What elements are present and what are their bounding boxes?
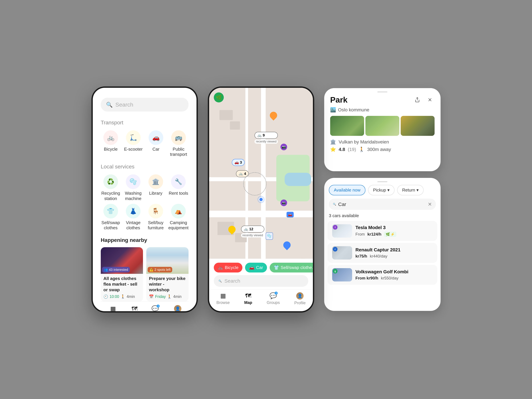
- camping-icon-bg: ⛺: [171, 204, 186, 218]
- blue-car-shape: [282, 240, 292, 250]
- map-nav-profile[interactable]: 👤 Profile: [294, 292, 306, 305]
- flea-market-info: All ages clothes flea market - sell or s…: [101, 274, 143, 301]
- event-bike-workshop[interactable]: ⚠️ 2 spots left Prepare your bike winter…: [146, 247, 189, 301]
- park-distance: 300m away: [367, 147, 391, 152]
- filter-sellswap[interactable]: 👕 Sell/swap clothe...: [270, 263, 313, 272]
- filter-car[interactable]: 🚗 Car: [245, 263, 267, 272]
- yellow-drop-pin[interactable]: [228, 226, 236, 233]
- renault-photo: r: [332, 246, 352, 260]
- transport-escooter[interactable]: 🛴 E-scooter: [123, 130, 143, 157]
- search-input[interactable]: Search: [115, 101, 133, 108]
- wash-pin[interactable]: 🫧: [266, 232, 273, 240]
- flea-market-title: All ages clothes flea market - sell or s…: [103, 276, 140, 293]
- car-card-handle: [377, 181, 387, 182]
- transport-section-title: Transport: [101, 120, 189, 126]
- transport-grid: 🚲 Bicycle 🛴 E-scooter 🚗 Car 🚌 Public tra…: [101, 130, 189, 157]
- workshop-badge-text: 2 spots left: [154, 268, 171, 272]
- car-icon-bg: 🚗: [149, 130, 163, 145]
- filter-return[interactable]: Return ▾: [397, 185, 424, 195]
- workshop-title: Prepare your bike winter - workshop: [149, 276, 186, 293]
- service-washing[interactable]: 🫧 Washing machine: [123, 174, 143, 201]
- walk-icon: 🚶: [120, 294, 125, 299]
- map-nav-groups[interactable]: 💬 3 Groups: [267, 292, 280, 305]
- close-icon: [427, 97, 433, 102]
- close-button[interactable]: [425, 95, 435, 104]
- ev-bolt-icon: ⚡: [391, 232, 395, 236]
- walk-icon2: 🚶: [167, 294, 172, 299]
- service-recycling[interactable]: ♻️ Recycling station: [101, 174, 121, 201]
- blue-car-icon-1: 🚗: [286, 212, 294, 217]
- browse-nav-icon: ▦: [110, 305, 116, 312]
- map-browse-label: Browse: [216, 300, 230, 305]
- workshop-info: Prepare your bike winter - workshop 📅 Fr…: [146, 274, 189, 301]
- orange-pin-top[interactable]: [270, 112, 277, 119]
- nav-browse[interactable]: ▦ Browse: [106, 305, 120, 313]
- recycling-icon-bg: ♻️: [103, 174, 118, 189]
- tesla-ev-badge: 🌿 ⚡: [384, 232, 396, 237]
- public-icon: 🚌: [175, 134, 182, 141]
- map-nav-browse[interactable]: ▦ Browse: [216, 292, 230, 305]
- car-search-row[interactable]: 🔍 Car ✕: [329, 199, 436, 210]
- browse-phone: 🔍 Search Transport 🚲 Bicycle 🛴 E-scooter…: [91, 86, 198, 313]
- share-button[interactable]: [413, 95, 422, 104]
- nav-map[interactable]: 🗺 Map: [131, 305, 139, 313]
- purple-pin-mid[interactable]: 📷: [280, 200, 287, 206]
- bike-12-count: 12: [249, 227, 253, 231]
- event-flea-market[interactable]: 👥 43 interested All ages clothes flea ma…: [101, 247, 143, 301]
- return-label: Return: [402, 188, 415, 193]
- car-clear-button[interactable]: ✕: [428, 201, 432, 207]
- map-search-placeholder[interactable]: Search: [224, 278, 240, 284]
- flea-market-image: 👥 43 interested: [101, 247, 143, 274]
- flea-market-badge: 👥 43 interested: [102, 267, 130, 272]
- filter-available-now[interactable]: Available now: [329, 185, 365, 195]
- bicycle-icon-bg: 🚲: [103, 130, 118, 145]
- transport-car[interactable]: 🚗 Car: [146, 130, 166, 157]
- event-cards: 👥 43 interested All ages clothes flea ma…: [101, 247, 189, 301]
- search-bar[interactable]: 🔍 Search: [101, 98, 189, 112]
- recently-viewed-bot: recently viewed: [241, 233, 264, 237]
- park-location-row: 🏛️ Vulkan by Maridalsveien: [324, 139, 441, 145]
- service-camping[interactable]: ⛺ Camping equipment: [168, 204, 189, 230]
- filter-pickup[interactable]: Pickup ▾: [368, 185, 394, 195]
- service-sell-swap[interactable]: 👕 Sell/swap clothes: [101, 204, 121, 230]
- bicycle-icon: 🚲: [107, 134, 114, 141]
- nav-groups[interactable]: 💬 3 Groups: [149, 305, 162, 313]
- map-phone: 🚲 9 recently viewed 🚗 3 🚲 4: [208, 86, 314, 313]
- service-rent-tools[interactable]: 🔧 Rent tools: [168, 174, 189, 201]
- park-photo-1: [330, 116, 364, 136]
- oslo-commune-label: Oslo kommune: [338, 107, 369, 113]
- recycling-icon: ♻️: [107, 178, 114, 185]
- blue-car-pin-2[interactable]: [283, 241, 291, 249]
- service-library[interactable]: 🏛️ Library: [146, 174, 166, 201]
- map-bottom-bar: 🚲 Bicycle 🚗 Car 👕 Sell/swap clothe... 🔍 …: [209, 259, 313, 311]
- nav-profile[interactable]: 👤 Profile: [172, 305, 183, 313]
- purple-pin-1[interactable]: 📷: [280, 144, 287, 150]
- service-furniture[interactable]: 🪑 Sell/buy furniture: [146, 204, 166, 230]
- park-card-handle: [377, 91, 387, 92]
- transport-bicycle[interactable]: 🚲 Bicycle: [101, 130, 121, 157]
- vw-price-row: From kr90/h kr550/day: [355, 276, 433, 280]
- service-vintage[interactable]: 👗 Vintage clothes: [123, 204, 143, 230]
- washing-label: Washing machine: [123, 191, 143, 201]
- vw-photo: g: [332, 268, 352, 281]
- blue-car-pin-1[interactable]: 🚗: [286, 212, 294, 217]
- filter-bicycle[interactable]: 🚲 Bicycle: [214, 263, 242, 272]
- map-nav-map[interactable]: 🗺 Map: [244, 292, 252, 305]
- car-vw[interactable]: g Volkswagen Golf Kombi From kr90/h kr55…: [328, 265, 437, 285]
- camera-icon: 📷: [280, 144, 287, 150]
- sellswap-icon: 👕: [107, 208, 114, 215]
- vw-price-daily: kr550/day: [381, 276, 398, 280]
- car-tesla[interactable]: t Tesla Model 3 From kr124/h 🌿 ⚡: [328, 221, 437, 241]
- renault-price-daily: kr440/day: [370, 254, 387, 259]
- yellow-pin-shape: [227, 224, 237, 234]
- bike-cluster-top[interactable]: 🚲 9 recently viewed: [254, 132, 278, 144]
- car-renault[interactable]: r Renault Captur 2021 kr75/h kr440/day: [328, 243, 437, 263]
- tesla-price: kr124/h: [367, 232, 381, 237]
- map-search-bar[interactable]: 🔍 Search: [214, 275, 308, 287]
- filter-sellswap-icon: 👕: [274, 265, 279, 270]
- car-cluster-1[interactable]: 🚗 3: [232, 159, 245, 166]
- bike-cluster-12[interactable]: 🚲 12 recently viewed: [241, 226, 264, 237]
- park-actions: [413, 95, 435, 104]
- sellswap-label: Sell/swap clothes: [101, 220, 121, 230]
- transport-public[interactable]: 🚌 Public transport: [169, 130, 189, 157]
